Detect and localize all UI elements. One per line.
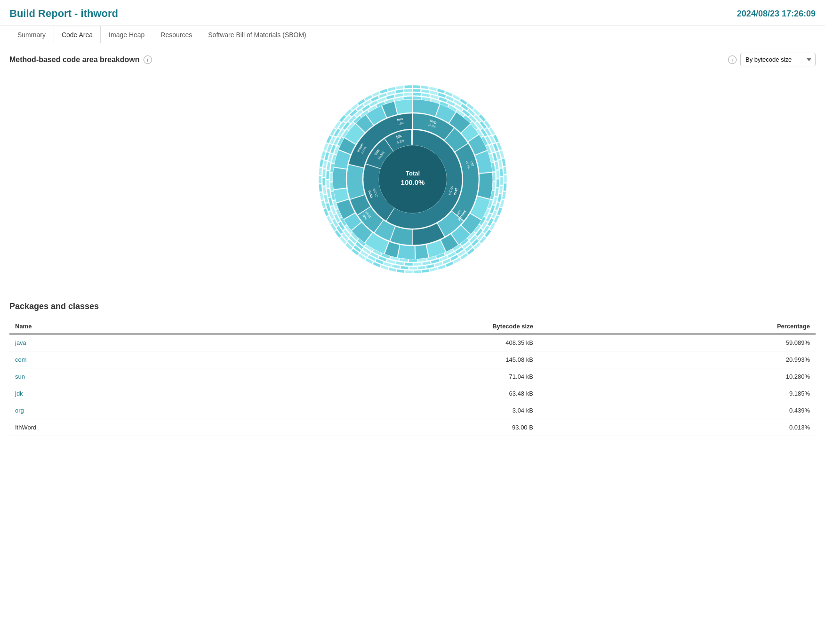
chart-segment[interactable] xyxy=(403,96,412,100)
tab-resources[interactable]: Resources xyxy=(152,26,200,43)
chart-segment[interactable] xyxy=(445,91,453,97)
chart-segment[interactable] xyxy=(322,186,326,194)
row-name-link[interactable]: jdk xyxy=(15,390,23,397)
tab-code-area[interactable]: Code Area xyxy=(54,26,101,43)
chart-segment[interactable] xyxy=(499,168,503,176)
chart-segment[interactable] xyxy=(323,160,327,168)
tab-sbom[interactable]: Software Bill of Materials (SBOM) xyxy=(200,26,314,43)
chart-segment[interactable] xyxy=(333,167,347,189)
chart-segment[interactable] xyxy=(378,93,387,98)
chart-segment[interactable] xyxy=(477,173,492,199)
chart-segment[interactable] xyxy=(496,170,499,179)
chart-segment[interactable] xyxy=(497,194,501,202)
row-name-link[interactable]: org xyxy=(15,407,24,414)
row-bytecode-size: 63.48 kB xyxy=(213,385,539,402)
chart-segment[interactable] xyxy=(500,177,503,185)
chart-segment[interactable] xyxy=(409,267,417,270)
chart-segment[interactable] xyxy=(421,89,429,93)
chart-segment[interactable] xyxy=(405,270,412,273)
chart-segment[interactable] xyxy=(327,162,331,170)
chart-segment[interactable] xyxy=(320,192,324,200)
info-icon[interactable]: i xyxy=(144,56,152,64)
chart-segment[interactable] xyxy=(347,165,365,199)
chart-segment[interactable] xyxy=(422,269,430,273)
chart-segment[interactable] xyxy=(413,96,422,100)
chart-segment[interactable] xyxy=(372,91,380,97)
chart-segment[interactable] xyxy=(413,89,421,92)
chart-segment[interactable] xyxy=(387,87,395,91)
chart-segment[interactable] xyxy=(322,169,326,177)
chart-segment[interactable] xyxy=(417,266,425,270)
row-bytecode-size: 145.08 kB xyxy=(213,351,539,368)
chart-segment[interactable] xyxy=(319,159,323,167)
chart-segment[interactable] xyxy=(394,99,412,114)
chart-segment[interactable] xyxy=(413,93,421,96)
chart-segment[interactable] xyxy=(415,245,428,259)
chart-segment[interactable] xyxy=(499,185,503,193)
chart-segment[interactable] xyxy=(495,161,499,170)
tab-summary[interactable]: Summary xyxy=(9,26,54,43)
row-name[interactable]: jdk xyxy=(9,385,213,402)
chart-segment[interactable] xyxy=(408,259,417,262)
sort-select[interactable]: By bytecode size By name By percentage xyxy=(740,53,816,66)
chart-segment[interactable] xyxy=(429,87,437,91)
chart-segment[interactable] xyxy=(395,261,404,265)
title-project: ithword xyxy=(81,8,118,19)
col-bytecode-size: Bytecode size xyxy=(213,319,539,334)
row-name-link[interactable]: sun xyxy=(15,373,25,380)
chart-segment[interactable] xyxy=(498,160,502,168)
chart-segment[interactable] xyxy=(492,182,495,191)
chart-segment[interactable] xyxy=(503,183,506,191)
chart-segment[interactable] xyxy=(413,262,422,266)
chart-segment[interactable] xyxy=(502,158,506,166)
chart-segment[interactable] xyxy=(404,262,413,266)
chart-segment[interactable] xyxy=(422,261,431,265)
chart-segment[interactable] xyxy=(413,270,421,273)
chart-segment[interactable] xyxy=(379,89,387,94)
chart-segment[interactable] xyxy=(404,89,412,92)
chart-segment[interactable] xyxy=(326,171,329,179)
chart-segment[interactable] xyxy=(394,93,403,97)
chart-segment[interactable] xyxy=(426,264,434,269)
tab-bar: Summary Code Area Image Heap Resources S… xyxy=(0,26,825,43)
chart-segment[interactable] xyxy=(388,267,396,271)
chart-segment[interactable] xyxy=(392,264,400,269)
chart-segment[interactable] xyxy=(403,93,412,96)
chart-segment[interactable] xyxy=(326,180,329,189)
chart-segment[interactable] xyxy=(397,245,415,259)
row-name[interactable]: org xyxy=(9,402,213,419)
chart-segment[interactable] xyxy=(503,167,506,174)
chart-segment[interactable] xyxy=(330,173,333,182)
tab-image-heap[interactable]: Image Heap xyxy=(101,26,152,43)
chart-segment[interactable] xyxy=(319,176,321,183)
row-bytecode-size: 93.00 B xyxy=(213,419,539,436)
chart-segment[interactable] xyxy=(411,130,412,145)
chart-segment[interactable] xyxy=(413,85,420,88)
chart-segment[interactable] xyxy=(322,178,325,186)
chart-segment[interactable] xyxy=(430,267,438,271)
chart-segment[interactable] xyxy=(319,167,322,175)
sort-info-icon[interactable]: i xyxy=(728,56,737,64)
chart-segment[interactable] xyxy=(495,188,499,197)
chart-segment[interactable] xyxy=(496,179,499,188)
row-name-link[interactable]: java xyxy=(15,339,26,346)
chart-segment[interactable] xyxy=(437,88,445,94)
chart-segment[interactable] xyxy=(502,191,506,199)
chart-segment[interactable] xyxy=(400,266,408,270)
chart-segment[interactable] xyxy=(404,85,412,88)
chart-segment[interactable] xyxy=(319,184,322,191)
row-name[interactable]: sun xyxy=(9,368,213,385)
chart-segment[interactable] xyxy=(327,189,331,197)
chart-segment[interactable] xyxy=(504,175,506,183)
chart-segment[interactable] xyxy=(396,86,404,89)
row-bytecode-size: 71.04 kB xyxy=(213,368,539,385)
row-name-link[interactable]: com xyxy=(15,356,27,363)
row-name[interactable]: com xyxy=(9,351,213,368)
chart-segment[interactable] xyxy=(421,93,430,97)
chart-segment[interactable] xyxy=(395,89,403,93)
chart-segment[interactable] xyxy=(324,195,328,203)
row-name[interactable]: java xyxy=(9,334,213,351)
chart-segment[interactable] xyxy=(397,269,405,273)
chart-segment[interactable] xyxy=(492,172,496,181)
chart-segment[interactable] xyxy=(421,86,429,89)
